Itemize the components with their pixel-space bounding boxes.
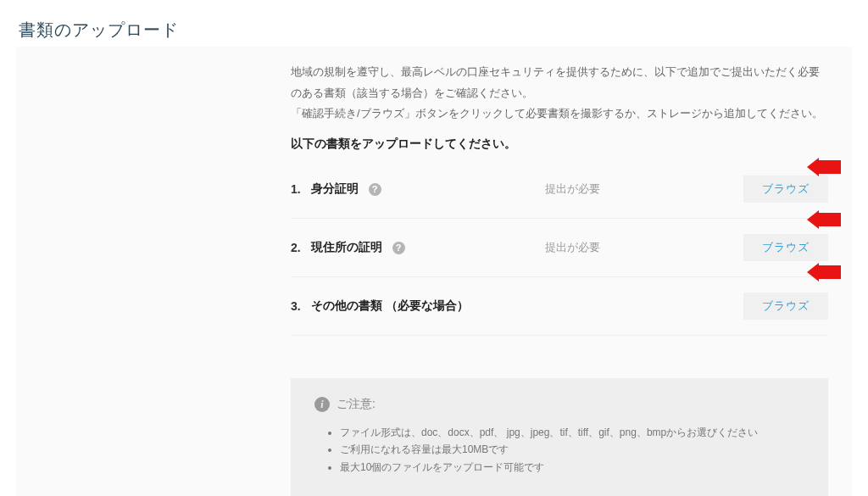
notice-heading-row: i ご注意: [314,397,804,412]
browse-button[interactable]: ブラウズ [743,293,828,320]
intro-text: 地域の規制を遵守し、最高レベルの口座セキュリティを提供するために、以下で追加でご… [291,62,828,125]
document-row-left: 3. その他の書類 （必要な場合） [291,298,469,314]
document-label-identity: 身分証明 [311,181,359,197]
help-icon[interactable]: ? [369,183,381,196]
page-root: 書類のアップロード 地域の規制を遵守し、最高レベルの口座セキュリティを提供するた… [0,0,868,496]
notice-list: ファイル形式は、doc、docx、pdf、 jpg、jpeg、tif、tiff、… [340,424,804,476]
browse-button[interactable]: ブラウズ [743,176,828,203]
notice-heading: ご注意: [337,397,376,412]
document-list: 1. 身分証明 ? 提出が必要 ブラウズ 2. 現住所の証明 ? 提出が必要 ブ… [291,160,828,336]
notice-box: i ご注意: ファイル形式は、doc、docx、pdf、 jpg、jpeg、ti… [291,378,828,496]
document-status: 提出が必要 [528,240,743,255]
document-row-address: 2. 現住所の証明 ? 提出が必要 ブラウズ [291,219,828,277]
section-heading: 以下の書類をアップロードしてください。 [291,137,828,152]
document-row-left: 2. 現住所の証明 ? [291,240,528,255]
document-status: 提出が必要 [528,181,743,197]
document-label-address: 現住所の証明 [311,240,382,255]
intro-line-2: 「確認手続き/ブラウズ」ボタンをクリックして必要書類を撮影するか、ストレージから… [291,103,828,125]
intro-line-1: 地域の規制を遵守し、最高レベルの口座セキュリティを提供するために、以下で追加でご… [291,62,828,103]
document-row-other: 3. その他の書類 （必要な場合） ブラウズ [291,277,828,336]
notice-item: 最大10個のファイルをアップロード可能です [340,459,804,476]
notice-item: ファイル形式は、doc、docx、pdf、 jpg、jpeg、tif、tiff、… [340,424,804,441]
document-row-left: 1. 身分証明 ? [291,181,528,197]
notice-item: ご利用になれる容量は最大10MBです [340,441,804,458]
document-number: 3. [291,299,301,313]
info-icon: i [314,397,330,412]
content-block: 地域の規制を遵守し、最高レベルの口座セキュリティを提供するために、以下で追加でご… [16,47,852,496]
browse-button[interactable]: ブラウズ [743,234,828,261]
document-number: 1. [291,182,301,196]
page-title: 書類のアップロード [19,19,179,42]
document-row-identity: 1. 身分証明 ? 提出が必要 ブラウズ [291,160,828,219]
document-label-other: その他の書類 （必要な場合） [311,298,469,314]
document-number: 2. [291,241,301,254]
help-icon[interactable]: ? [392,242,405,254]
